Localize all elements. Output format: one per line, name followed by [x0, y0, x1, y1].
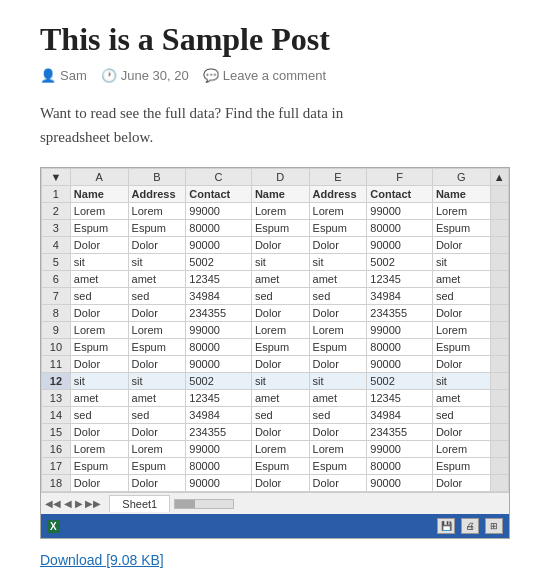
post-title: This is a Sample Post: [40, 20, 510, 58]
table-cell: Dolor: [251, 475, 309, 492]
table-cell: Espum: [128, 220, 186, 237]
table-cell: amet: [309, 271, 367, 288]
table-cell: Espum: [128, 339, 186, 356]
table-cell: 90000: [186, 356, 252, 373]
table-cell: amet: [251, 390, 309, 407]
table-row: 18DolorDolor90000DolorDolor90000Dolor: [42, 475, 509, 492]
table-row: 17EspumEspum80000EspumEspum80000Espum: [42, 458, 509, 475]
date-meta: 🕐 June 30, 20: [101, 68, 189, 83]
table-cell: 5002: [186, 373, 252, 390]
horizontal-scrollbar[interactable]: [174, 499, 505, 509]
table-cell: Dolor: [128, 305, 186, 322]
table-row: 13ametamet12345ametamet12345amet: [42, 390, 509, 407]
table-cell: Lorem: [432, 441, 490, 458]
table-cell: 12345: [367, 390, 433, 407]
row-header: 2: [42, 203, 71, 220]
table-row: 14sedsed34984sedsed34984sed: [42, 407, 509, 424]
sheet-tab[interactable]: Sheet1: [109, 495, 170, 512]
table-cell: sit: [128, 254, 186, 271]
table-row: 5sitsit5002sitsit5002sit: [42, 254, 509, 271]
table-cell: Address: [309, 186, 367, 203]
print-button[interactable]: 🖨: [461, 518, 479, 534]
table-cell: amet: [70, 271, 128, 288]
post-meta: 👤 Sam 🕐 June 30, 20 💬 Leave a comment: [40, 68, 510, 83]
table-cell: 80000: [367, 339, 433, 356]
table-row: 9LoremLorem99000LoremLorem99000Lorem: [42, 322, 509, 339]
table-cell: 99000: [186, 203, 252, 220]
table-cell: Dolor: [309, 356, 367, 373]
grid-button[interactable]: ⊞: [485, 518, 503, 534]
table-cell: amet: [251, 271, 309, 288]
download-link[interactable]: Download [9.08 KB]: [40, 552, 164, 568]
col-header-B: B: [128, 169, 186, 186]
table-cell: Name: [70, 186, 128, 203]
table-cell: sit: [128, 373, 186, 390]
table-cell: Dolor: [70, 475, 128, 492]
table-cell: amet: [309, 390, 367, 407]
row-header: 1: [42, 186, 71, 203]
col-header-F: F: [367, 169, 433, 186]
table-cell: 99000: [367, 322, 433, 339]
table-cell: sed: [309, 407, 367, 424]
table-cell: 80000: [367, 458, 433, 475]
table-cell: sed: [251, 407, 309, 424]
table-cell: Lorem: [70, 441, 128, 458]
table-cell: sit: [70, 254, 128, 271]
body-text-line2: spreadsheet below.: [40, 129, 153, 145]
table-cell: sit: [70, 373, 128, 390]
table-cell: Lorem: [309, 203, 367, 220]
table-cell: Dolor: [251, 305, 309, 322]
table-cell: 34984: [367, 407, 433, 424]
table-cell: Dolor: [309, 475, 367, 492]
col-header-D: D: [251, 169, 309, 186]
table-cell: Espum: [309, 458, 367, 475]
table-cell: 90000: [186, 237, 252, 254]
table-cell: Lorem: [309, 441, 367, 458]
table-cell: sit: [251, 373, 309, 390]
author-name: Sam: [60, 68, 87, 83]
table-cell: Dolor: [432, 356, 490, 373]
sheet-scroll-arrows[interactable]: ◀◀ ◀ ▶ ▶▶: [41, 498, 105, 509]
table-cell: 90000: [367, 475, 433, 492]
save-button[interactable]: 💾: [437, 518, 455, 534]
row-header: 9: [42, 322, 71, 339]
table-cell: sed: [432, 407, 490, 424]
table-cell: Espum: [70, 458, 128, 475]
bottom-toolbar: X 💾 🖨 ⊞: [41, 514, 509, 538]
table-cell: 80000: [186, 339, 252, 356]
table-cell: sed: [70, 407, 128, 424]
row-header: 5: [42, 254, 71, 271]
spreadsheet-table: ▼ A B C D E F G ▲ 1NameAddressContactNam…: [41, 168, 509, 492]
table-cell: Espum: [251, 220, 309, 237]
table-cell: sit: [432, 254, 490, 271]
table-cell: sed: [128, 288, 186, 305]
table-row: 8DolorDolor234355DolorDolor234355Dolor: [42, 305, 509, 322]
date-icon: 🕐: [101, 68, 117, 83]
row-header: 15: [42, 424, 71, 441]
table-cell: Espum: [70, 339, 128, 356]
table-cell: Espum: [70, 220, 128, 237]
table-cell: Lorem: [251, 441, 309, 458]
table-cell: Espum: [432, 339, 490, 356]
table-row: 12sitsit5002sitsit5002sit: [42, 373, 509, 390]
table-cell: 80000: [186, 220, 252, 237]
col-header-G: G: [432, 169, 490, 186]
table-cell: amet: [128, 271, 186, 288]
leave-comment-link[interactable]: Leave a comment: [223, 68, 326, 83]
table-row: 15DolorDolor234355DolorDolor234355Dolor: [42, 424, 509, 441]
table-cell: Contact: [367, 186, 433, 203]
table-cell: 12345: [186, 390, 252, 407]
row-header: 3: [42, 220, 71, 237]
author-icon: 👤: [40, 68, 56, 83]
table-cell: 5002: [367, 254, 433, 271]
table-cell: Dolor: [432, 305, 490, 322]
table-cell: 34984: [186, 407, 252, 424]
table-cell: Espum: [432, 458, 490, 475]
table-cell: Dolor: [432, 475, 490, 492]
table-row: 7sedsed34984sedsed34984sed: [42, 288, 509, 305]
row-header: 7: [42, 288, 71, 305]
table-cell: sit: [309, 254, 367, 271]
scrollbar-right[interactable]: ▲: [490, 169, 508, 186]
table-cell: Lorem: [432, 203, 490, 220]
table-cell: Dolor: [70, 305, 128, 322]
